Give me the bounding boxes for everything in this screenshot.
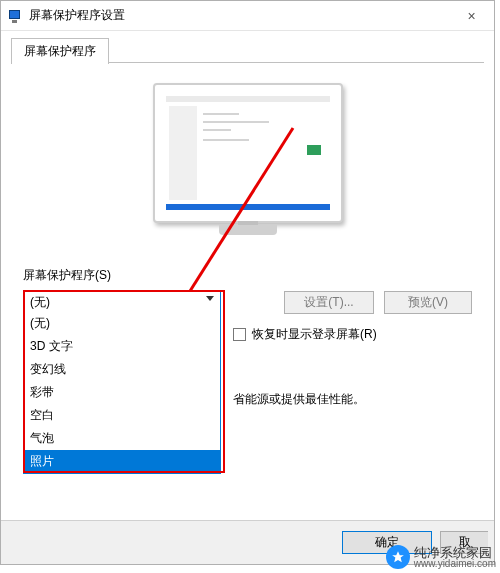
tab-screensaver[interactable]: 屏幕保护程序	[11, 38, 109, 64]
screensaver-row: (无) 设置(T)... 预览(V) (无)3D 文字变幻线彩带空白气泡照片 恢…	[23, 290, 472, 408]
titlebar: 屏幕保护程序设置 ×	[1, 1, 494, 31]
settings-button[interactable]: 设置(T)...	[284, 291, 374, 314]
watermark: 纯净系统家园 www.yidaimei.com	[386, 545, 496, 569]
combo-option[interactable]: 变幻线	[24, 358, 220, 381]
dialog-window: 屏幕保护程序设置 × 屏幕保护程序	[0, 0, 495, 565]
screensaver-group-label: 屏幕保护程序(S)	[23, 267, 472, 284]
screensaver-combo[interactable]: (无)	[23, 291, 221, 313]
close-button[interactable]: ×	[449, 1, 494, 31]
watermark-text: 纯净系统家园	[414, 546, 496, 559]
combo-option[interactable]: 气泡	[24, 427, 220, 450]
screensaver-combo-list[interactable]: (无)3D 文字变幻线彩带空白气泡照片	[23, 312, 221, 474]
power-description: 省能源或提供最佳性能。	[233, 391, 472, 408]
close-icon: ×	[467, 8, 475, 24]
resume-checkbox-label: 恢复时显示登录屏幕(R)	[252, 326, 377, 343]
resume-checkbox-row: 恢复时显示登录屏幕(R)	[233, 326, 472, 343]
dialog-content: 屏幕保护程序(S) (无) 设置(T)... 预览(V) (无)3D 文字变幻线…	[1, 63, 494, 445]
watermark-logo-icon	[386, 545, 410, 569]
combo-option[interactable]: (无)	[24, 312, 220, 335]
combo-option[interactable]: 空白	[24, 404, 220, 427]
chevron-down-icon	[206, 296, 214, 301]
combo-option[interactable]: 3D 文字	[24, 335, 220, 358]
monitor-preview	[23, 73, 472, 253]
screensaver-icon	[7, 8, 23, 24]
resume-checkbox[interactable]	[233, 328, 246, 341]
tabstrip: 屏幕保护程序	[1, 31, 494, 63]
combo-selected-value: (无)	[30, 294, 50, 311]
window-title: 屏幕保护程序设置	[29, 7, 449, 24]
combo-option[interactable]: 彩带	[24, 381, 220, 404]
preview-button[interactable]: 预览(V)	[384, 291, 472, 314]
watermark-url: www.yidaimei.com	[414, 559, 496, 569]
combo-option[interactable]: 照片	[24, 450, 220, 473]
